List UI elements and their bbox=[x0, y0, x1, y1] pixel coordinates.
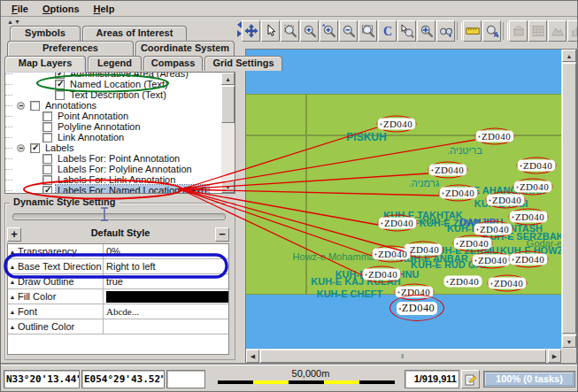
tree-node-handle-icon[interactable] bbox=[17, 102, 25, 110]
layer-checkbox[interactable] bbox=[42, 111, 52, 121]
layer-checkbox[interactable] bbox=[55, 72, 65, 79]
layer-checkbox[interactable] bbox=[42, 122, 52, 132]
find-label-tool-button[interactable]: A bbox=[482, 20, 501, 42]
sort-arrow-icon[interactable]: ▲ bbox=[8, 309, 17, 315]
menu-item-options[interactable]: Options bbox=[35, 3, 87, 15]
tree-item-labels-for-named-location-text[interactable]: Labels For: Named Location (Text) bbox=[5, 185, 235, 194]
zoom-in-tool-button[interactable] bbox=[300, 20, 319, 42]
map-horizontal-scrollbar[interactable]: ◀ ‖ ▶ bbox=[246, 349, 561, 363]
tab-preferences[interactable]: Preferences bbox=[7, 41, 134, 56]
tree-item-labels-for-point-annotation[interactable]: Labels For: Point Annotation bbox=[5, 153, 235, 164]
zoom-in-center-tool-button[interactable] bbox=[320, 20, 338, 42]
scroll-right-icon[interactable]: ▶ bbox=[548, 350, 561, 363]
property-value[interactable]: 0% bbox=[104, 244, 228, 258]
style-slider[interactable] bbox=[12, 213, 226, 220]
zd040-label: ZD040 bbox=[510, 254, 547, 265]
property-value[interactable] bbox=[104, 319, 228, 334]
scroll-up-icon[interactable]: ▲ bbox=[221, 73, 235, 85]
scrollbar-thumb[interactable]: ‖ bbox=[260, 350, 546, 363]
tab-coordinate-system[interactable]: Coordinate System bbox=[135, 41, 235, 56]
select-tool-button[interactable] bbox=[261, 20, 280, 42]
refresh-tool-button[interactable]: C bbox=[378, 20, 397, 42]
zd040-marker: ZD040 bbox=[372, 246, 412, 263]
map-viewport[interactable]: PISKUHבריטניה.גרמניה.KUH-E AHANGARANKUH-… bbox=[246, 50, 561, 349]
sort-arrow-icon[interactable]: ▲ bbox=[8, 324, 17, 330]
layer-checkbox[interactable] bbox=[30, 143, 40, 153]
scrollbar-thumb[interactable] bbox=[562, 63, 576, 334]
zoom-extent-tool-button[interactable] bbox=[358, 20, 377, 42]
property-value[interactable]: true bbox=[104, 274, 228, 288]
svg-text:A: A bbox=[493, 30, 498, 38]
property-name: Transparency bbox=[17, 244, 104, 258]
scrollbar-thumb[interactable] bbox=[221, 86, 235, 123]
property-value[interactable]: Right to left bbox=[104, 259, 228, 273]
sort-arrow-icon[interactable]: ▲ bbox=[8, 264, 17, 270]
scroll-left-icon[interactable]: ◀ bbox=[246, 350, 259, 363]
zoom-center-tool-button[interactable] bbox=[417, 20, 435, 42]
tab-scroll-arrows[interactable]: ▲▼ bbox=[7, 19, 21, 25]
zd040-label: ZD040 bbox=[363, 269, 400, 281]
tree-item-administrative-area-areas[interactable]: Administrative Area (Areas) bbox=[5, 72, 235, 79]
zoom-window-tool-button[interactable] bbox=[281, 20, 299, 42]
layer-checkbox[interactable] bbox=[42, 154, 52, 164]
tree-node-handle-icon[interactable] bbox=[17, 144, 25, 152]
property-value[interactable]: Abcde... bbox=[104, 304, 228, 319]
tree-item-labels-for-link-annotation[interactable]: Labels For: Link Annotation bbox=[5, 174, 235, 185]
tab-areas-of-interest[interactable]: Areas of Interest bbox=[82, 26, 187, 41]
tree-item-annotations[interactable]: Annotations bbox=[5, 100, 235, 111]
zd040-marker: ZD040 bbox=[443, 273, 483, 290]
measure-tool-button[interactable] bbox=[463, 20, 482, 42]
map-vertical-scrollbar[interactable]: ▲ ▼ bbox=[561, 50, 576, 349]
chart-tool-button bbox=[567, 20, 578, 42]
mag-a-icon: A bbox=[485, 24, 499, 38]
add-style-button[interactable]: + bbox=[7, 227, 21, 242]
cursor-icon bbox=[264, 24, 278, 38]
menu-item-help[interactable]: Help bbox=[87, 3, 122, 15]
color-swatch[interactable] bbox=[106, 291, 228, 303]
property-row-draw-outline: ▲Draw Outlinetrue bbox=[8, 274, 228, 289]
gray-mountain-icon bbox=[551, 24, 565, 38]
tab-row-3: Map LayersLegendCompassGrid Settings bbox=[4, 56, 284, 73]
sort-arrow-icon[interactable]: ▲ bbox=[8, 294, 17, 300]
layer-checkbox[interactable] bbox=[55, 90, 65, 100]
layer-checkbox[interactable] bbox=[42, 175, 52, 185]
sort-arrow-icon[interactable]: ▲ bbox=[8, 249, 17, 255]
edit-scale-button[interactable] bbox=[461, 370, 480, 388]
tree-item-text-description-text[interactable]: Text Description (Text) bbox=[5, 89, 235, 100]
property-value[interactable] bbox=[104, 289, 228, 304]
scale-segment bbox=[218, 380, 253, 384]
find-tool-button[interactable] bbox=[436, 20, 455, 42]
tree-item-point-annotation[interactable]: Point Annotation bbox=[5, 111, 235, 121]
tree-item-labels-for-polyline-annotation[interactable]: Labels For: Polyline Annotation bbox=[5, 164, 235, 174]
tree-scrollbar[interactable]: ▲ ▼ bbox=[221, 73, 235, 193]
zoom-selection-tool-button[interactable] bbox=[397, 20, 416, 42]
menu-item-file[interactable]: File bbox=[4, 3, 35, 15]
tab-symbols[interactable]: Symbols bbox=[10, 26, 81, 41]
scroll-down-icon[interactable]: ▼ bbox=[221, 181, 235, 193]
zoom-out-tool-button[interactable] bbox=[339, 20, 358, 42]
layer-checkbox[interactable] bbox=[42, 165, 52, 174]
layer-checkbox[interactable] bbox=[55, 80, 65, 89]
tab-map-layers[interactable]: Map Layers bbox=[4, 56, 86, 73]
layer-checkbox[interactable] bbox=[42, 186, 52, 195]
layer-checkbox[interactable] bbox=[30, 101, 40, 111]
tree-item-polyline-annotation[interactable]: Polyline Annotation bbox=[5, 121, 235, 132]
scroll-up-icon[interactable]: ▲ bbox=[562, 50, 576, 62]
tree-item-labels[interactable]: Labels bbox=[5, 142, 235, 153]
tab-legend[interactable]: Legend bbox=[88, 56, 142, 71]
pan-tool-button[interactable] bbox=[242, 20, 260, 42]
remove-style-button[interactable]: − bbox=[215, 227, 229, 242]
toolbar-separator bbox=[503, 22, 508, 40]
mag-minus-icon bbox=[342, 24, 356, 38]
svg-text:C: C bbox=[382, 25, 391, 38]
tab-grid-settings[interactable]: Grid Settings bbox=[204, 56, 282, 71]
scroll-down-icon[interactable]: ▼ bbox=[562, 335, 576, 348]
tree-item-named-location-text[interactable]: Named Location (Text) bbox=[5, 79, 235, 89]
scale-ratio-input[interactable]: 1/919,911 bbox=[405, 370, 459, 388]
zd040-label: ZD040 bbox=[474, 224, 512, 235]
sort-arrow-icon[interactable]: ▲ bbox=[8, 279, 17, 285]
zd040-marker: ZD040 bbox=[517, 158, 557, 174]
tab-compass[interactable]: Compass bbox=[143, 56, 203, 71]
tree-item-link-annotation[interactable]: Link Annotation bbox=[5, 132, 235, 142]
layer-checkbox[interactable] bbox=[42, 133, 52, 142]
